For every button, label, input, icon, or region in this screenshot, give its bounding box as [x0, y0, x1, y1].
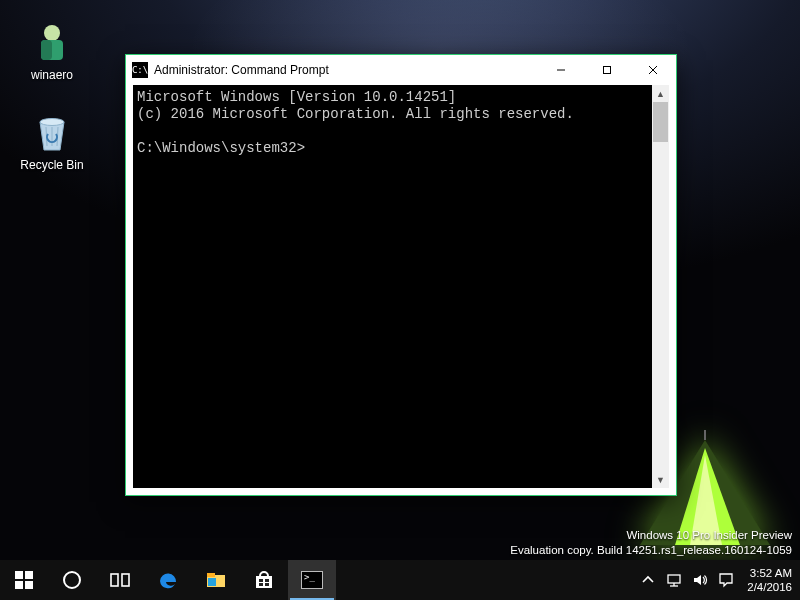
svg-marker-1 — [675, 448, 740, 545]
start-button[interactable] — [0, 560, 48, 600]
tray-chevron-icon — [640, 572, 656, 588]
file-explorer-button[interactable] — [192, 560, 240, 600]
svg-point-4 — [44, 25, 60, 41]
task-view-button[interactable] — [96, 560, 144, 600]
desktop-icon-recycle-bin[interactable]: Recycle Bin — [14, 110, 90, 172]
task-view-icon — [109, 569, 131, 591]
clock-date: 2/4/2016 — [747, 580, 792, 594]
file-explorer-icon — [205, 569, 227, 591]
svg-rect-27 — [668, 575, 680, 583]
svg-rect-26 — [265, 583, 269, 586]
tray-overflow-button[interactable] — [635, 572, 661, 588]
scroll-down-button[interactable]: ▼ — [652, 471, 669, 488]
clock-time: 3:52 AM — [750, 566, 792, 580]
start-icon — [13, 569, 35, 591]
network-icon — [666, 572, 682, 588]
svg-point-7 — [40, 119, 64, 126]
svg-rect-17 — [111, 574, 118, 586]
svg-point-16 — [64, 572, 80, 588]
store-icon — [253, 569, 275, 591]
svg-rect-21 — [208, 578, 216, 586]
taskbar: >_ 3:52 AM 2/4/2016 — [0, 560, 800, 600]
svg-rect-25 — [259, 583, 263, 586]
titlebar[interactable]: C:\ Administrator: Command Prompt — [126, 55, 676, 85]
desktop-icon-winaero[interactable]: winaero — [14, 20, 90, 82]
svg-rect-24 — [265, 579, 269, 582]
cortana-icon — [61, 569, 83, 591]
terminal-body[interactable]: Microsoft Windows [Version 10.0.14251] (… — [133, 85, 669, 488]
volume-button[interactable] — [687, 572, 713, 588]
cmd-icon: >_ — [301, 571, 323, 589]
edge-icon — [157, 569, 179, 591]
command-prompt-taskbar-button[interactable]: >_ — [288, 560, 336, 600]
cmd-titlebar-icon: C:\ — [132, 62, 148, 78]
action-center-icon — [718, 572, 734, 588]
desktop-icon-label: winaero — [14, 68, 90, 82]
taskbar-clock[interactable]: 3:52 AM 2/4/2016 — [739, 566, 800, 594]
action-center-button[interactable] — [713, 572, 739, 588]
svg-marker-2 — [690, 455, 722, 545]
svg-rect-14 — [15, 581, 23, 589]
scrollbar[interactable]: ▲ ▼ — [652, 85, 669, 488]
windows-watermark: Windows 10 Pro Insider Preview Evaluatio… — [510, 528, 792, 558]
network-button[interactable] — [661, 572, 687, 588]
svg-rect-12 — [15, 571, 23, 579]
svg-rect-23 — [259, 579, 263, 582]
minimize-button[interactable] — [538, 55, 584, 85]
svg-rect-15 — [25, 581, 33, 589]
svg-rect-20 — [207, 573, 215, 577]
close-button[interactable] — [630, 55, 676, 85]
cortana-button[interactable] — [48, 560, 96, 600]
svg-rect-22 — [256, 576, 272, 588]
maximize-button[interactable] — [584, 55, 630, 85]
svg-rect-18 — [122, 574, 129, 586]
svg-rect-13 — [25, 571, 33, 579]
svg-rect-9 — [604, 67, 611, 74]
edge-button[interactable] — [144, 560, 192, 600]
terminal-output: Microsoft Windows [Version 10.0.14251] (… — [133, 85, 652, 488]
scroll-thumb[interactable] — [653, 102, 668, 142]
desktop-icon-label: Recycle Bin — [14, 158, 90, 172]
store-button[interactable] — [240, 560, 288, 600]
scroll-up-button[interactable]: ▲ — [652, 85, 669, 102]
winaero-icon — [30, 20, 74, 64]
svg-rect-6 — [41, 40, 52, 60]
volume-icon — [692, 572, 708, 588]
system-tray: 3:52 AM 2/4/2016 — [635, 560, 800, 600]
window-title: Administrator: Command Prompt — [154, 63, 329, 77]
command-prompt-window[interactable]: C:\ Administrator: Command Prompt Micros… — [125, 54, 677, 496]
recycle-bin-icon — [30, 110, 74, 154]
